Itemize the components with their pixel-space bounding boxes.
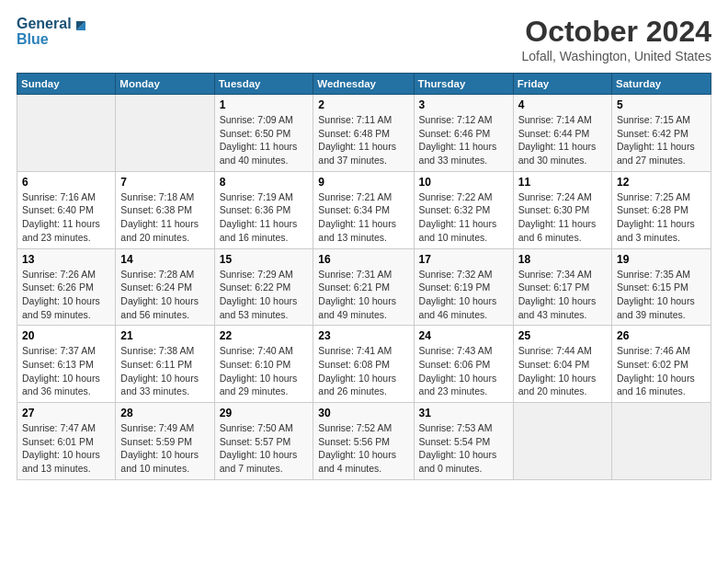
day-number: 19 bbox=[617, 253, 706, 266]
day-info: Sunrise: 7:44 AM Sunset: 6:04 PM Dayligh… bbox=[518, 344, 607, 398]
calendar-week-row: 13Sunrise: 7:26 AM Sunset: 6:26 PM Dayli… bbox=[17, 248, 711, 326]
calendar-cell: 12Sunrise: 7:25 AM Sunset: 6:28 PM Dayli… bbox=[612, 171, 711, 248]
day-number: 24 bbox=[419, 329, 508, 342]
location: Lofall, Washington, United States bbox=[522, 49, 712, 63]
calendar-cell: 26Sunrise: 7:46 AM Sunset: 6:02 PM Dayli… bbox=[612, 326, 711, 403]
day-number: 14 bbox=[120, 253, 209, 266]
calendar-cell bbox=[513, 403, 611, 480]
calendar-cell: 13Sunrise: 7:26 AM Sunset: 6:26 PM Dayli… bbox=[17, 248, 116, 326]
calendar-cell bbox=[116, 95, 214, 172]
day-info: Sunrise: 7:25 AM Sunset: 6:28 PM Dayligh… bbox=[617, 190, 706, 245]
page-container: General Blue October 2024 Lofall, Washin… bbox=[0, 0, 728, 489]
calendar-cell: 18Sunrise: 7:34 AM Sunset: 6:17 PM Dayli… bbox=[513, 248, 611, 326]
day-number: 31 bbox=[419, 407, 508, 419]
day-number: 12 bbox=[617, 176, 706, 189]
day-number: 21 bbox=[120, 329, 209, 342]
day-info: Sunrise: 7:24 AM Sunset: 6:30 PM Dayligh… bbox=[518, 190, 607, 245]
calendar-header-row: SundayMondayTuesdayWednesdayThursdayFrid… bbox=[17, 74, 711, 95]
day-info: Sunrise: 7:11 AM Sunset: 6:48 PM Dayligh… bbox=[318, 113, 408, 167]
day-number: 4 bbox=[518, 98, 607, 111]
day-number: 5 bbox=[617, 98, 706, 111]
calendar-cell: 31Sunrise: 7:53 AM Sunset: 5:54 PM Dayli… bbox=[414, 403, 513, 480]
day-info: Sunrise: 7:18 AM Sunset: 6:38 PM Dayligh… bbox=[120, 190, 209, 245]
day-info: Sunrise: 7:37 AM Sunset: 6:13 PM Dayligh… bbox=[22, 344, 110, 398]
day-number: 30 bbox=[318, 407, 408, 419]
day-number: 16 bbox=[318, 253, 408, 266]
calendar-header-saturday: Saturday bbox=[612, 74, 711, 95]
title-area: October 2024 Lofall, Washington, United … bbox=[522, 15, 712, 63]
day-info: Sunrise: 7:22 AM Sunset: 6:32 PM Dayligh… bbox=[419, 190, 508, 245]
calendar-cell: 5Sunrise: 7:15 AM Sunset: 6:42 PM Daylig… bbox=[612, 95, 711, 172]
calendar-cell: 29Sunrise: 7:50 AM Sunset: 5:57 PM Dayli… bbox=[214, 403, 313, 480]
calendar-week-row: 1Sunrise: 7:09 AM Sunset: 6:50 PM Daylig… bbox=[17, 95, 711, 172]
calendar-header-sunday: Sunday bbox=[17, 74, 116, 95]
calendar-cell bbox=[612, 403, 711, 480]
calendar-table: SundayMondayTuesdayWednesdayThursdayFrid… bbox=[17, 73, 711, 480]
day-number: 25 bbox=[518, 329, 607, 342]
day-number: 27 bbox=[22, 407, 110, 419]
day-number: 11 bbox=[518, 176, 607, 189]
logo-blue: Blue bbox=[17, 30, 89, 48]
day-number: 18 bbox=[518, 253, 607, 266]
day-info: Sunrise: 7:32 AM Sunset: 6:19 PM Dayligh… bbox=[419, 268, 508, 322]
calendar-header-monday: Monday bbox=[116, 74, 214, 95]
day-info: Sunrise: 7:09 AM Sunset: 6:50 PM Dayligh… bbox=[220, 113, 309, 167]
day-number: 22 bbox=[220, 329, 309, 342]
calendar-header-wednesday: Wednesday bbox=[313, 74, 414, 95]
calendar-cell: 17Sunrise: 7:32 AM Sunset: 6:19 PM Dayli… bbox=[414, 248, 513, 326]
day-number: 13 bbox=[22, 253, 110, 266]
calendar-cell: 16Sunrise: 7:31 AM Sunset: 6:21 PM Dayli… bbox=[313, 248, 414, 326]
calendar-cell: 8Sunrise: 7:19 AM Sunset: 6:36 PM Daylig… bbox=[214, 171, 313, 248]
day-number: 2 bbox=[318, 98, 408, 111]
day-number: 6 bbox=[22, 176, 110, 189]
day-info: Sunrise: 7:40 AM Sunset: 6:10 PM Dayligh… bbox=[220, 344, 309, 398]
calendar-cell: 20Sunrise: 7:37 AM Sunset: 6:13 PM Dayli… bbox=[17, 326, 116, 403]
day-number: 29 bbox=[220, 407, 309, 419]
calendar-cell: 6Sunrise: 7:16 AM Sunset: 6:40 PM Daylig… bbox=[17, 171, 116, 248]
day-info: Sunrise: 7:12 AM Sunset: 6:46 PM Dayligh… bbox=[419, 113, 508, 167]
calendar-cell: 3Sunrise: 7:12 AM Sunset: 6:46 PM Daylig… bbox=[414, 95, 513, 172]
day-info: Sunrise: 7:49 AM Sunset: 5:59 PM Dayligh… bbox=[120, 421, 209, 476]
calendar-cell bbox=[17, 95, 116, 172]
header: General Blue October 2024 Lofall, Washin… bbox=[17, 15, 711, 63]
day-number: 20 bbox=[22, 329, 110, 342]
day-info: Sunrise: 7:14 AM Sunset: 6:44 PM Dayligh… bbox=[518, 113, 607, 167]
calendar-cell: 19Sunrise: 7:35 AM Sunset: 6:15 PM Dayli… bbox=[612, 248, 711, 326]
day-number: 15 bbox=[220, 253, 309, 266]
day-info: Sunrise: 7:52 AM Sunset: 5:56 PM Dayligh… bbox=[318, 421, 408, 476]
calendar-cell: 22Sunrise: 7:40 AM Sunset: 6:10 PM Dayli… bbox=[214, 326, 313, 403]
day-info: Sunrise: 7:50 AM Sunset: 5:57 PM Dayligh… bbox=[220, 421, 309, 476]
day-info: Sunrise: 7:53 AM Sunset: 5:54 PM Dayligh… bbox=[419, 421, 508, 476]
calendar-cell: 7Sunrise: 7:18 AM Sunset: 6:38 PM Daylig… bbox=[116, 171, 214, 248]
day-number: 7 bbox=[120, 176, 209, 189]
calendar-cell: 4Sunrise: 7:14 AM Sunset: 6:44 PM Daylig… bbox=[513, 95, 611, 172]
day-info: Sunrise: 7:35 AM Sunset: 6:15 PM Dayligh… bbox=[617, 268, 706, 322]
day-info: Sunrise: 7:26 AM Sunset: 6:26 PM Dayligh… bbox=[22, 268, 110, 322]
day-number: 9 bbox=[318, 176, 408, 189]
calendar-week-row: 27Sunrise: 7:47 AM Sunset: 6:01 PM Dayli… bbox=[17, 403, 711, 480]
calendar-cell: 2Sunrise: 7:11 AM Sunset: 6:48 PM Daylig… bbox=[313, 95, 414, 172]
day-number: 28 bbox=[120, 407, 209, 419]
day-info: Sunrise: 7:19 AM Sunset: 6:36 PM Dayligh… bbox=[220, 190, 309, 245]
day-number: 10 bbox=[419, 176, 508, 189]
calendar-header-friday: Friday bbox=[513, 74, 611, 95]
day-number: 8 bbox=[220, 176, 309, 189]
day-info: Sunrise: 7:15 AM Sunset: 6:42 PM Dayligh… bbox=[617, 113, 706, 167]
day-info: Sunrise: 7:31 AM Sunset: 6:21 PM Dayligh… bbox=[318, 268, 408, 322]
calendar-week-row: 20Sunrise: 7:37 AM Sunset: 6:13 PM Dayli… bbox=[17, 326, 711, 403]
calendar-header-tuesday: Tuesday bbox=[214, 74, 313, 95]
day-info: Sunrise: 7:28 AM Sunset: 6:24 PM Dayligh… bbox=[120, 268, 209, 322]
day-number: 3 bbox=[419, 98, 508, 111]
day-info: Sunrise: 7:47 AM Sunset: 6:01 PM Dayligh… bbox=[22, 421, 110, 476]
day-info: Sunrise: 7:41 AM Sunset: 6:08 PM Dayligh… bbox=[318, 344, 408, 398]
calendar-cell: 21Sunrise: 7:38 AM Sunset: 6:11 PM Dayli… bbox=[116, 326, 214, 403]
calendar-cell: 1Sunrise: 7:09 AM Sunset: 6:50 PM Daylig… bbox=[214, 95, 313, 172]
calendar-cell: 11Sunrise: 7:24 AM Sunset: 6:30 PM Dayli… bbox=[513, 171, 611, 248]
logo: General Blue bbox=[17, 15, 89, 48]
calendar-cell: 10Sunrise: 7:22 AM Sunset: 6:32 PM Dayli… bbox=[414, 171, 513, 248]
day-info: Sunrise: 7:46 AM Sunset: 6:02 PM Dayligh… bbox=[617, 344, 706, 398]
calendar-cell: 28Sunrise: 7:49 AM Sunset: 5:59 PM Dayli… bbox=[116, 403, 214, 480]
day-number: 26 bbox=[617, 329, 706, 342]
calendar-cell: 14Sunrise: 7:28 AM Sunset: 6:24 PM Dayli… bbox=[116, 248, 214, 326]
calendar-cell: 23Sunrise: 7:41 AM Sunset: 6:08 PM Dayli… bbox=[313, 326, 414, 403]
